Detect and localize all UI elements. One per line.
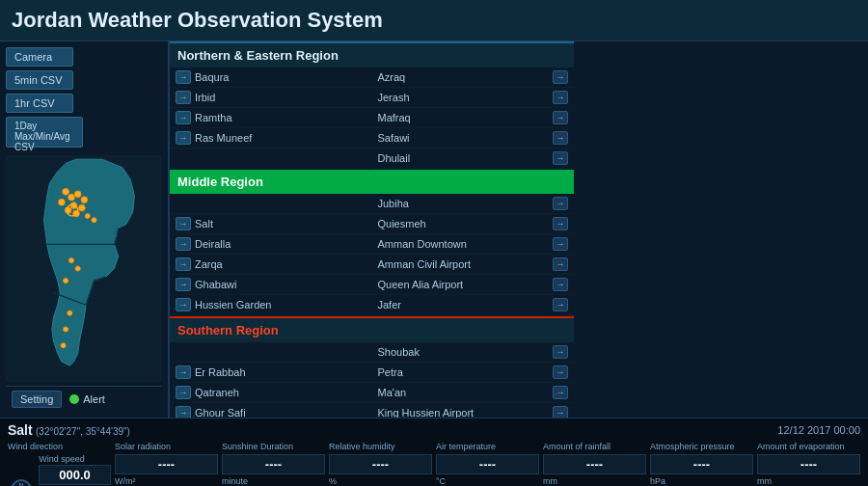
list-item[interactable]: → Zarqa [170, 255, 372, 275]
station-name: Baqura [195, 71, 366, 83]
list-item[interactable]: → Ghour Safi [170, 403, 372, 418]
station-name: Deiralla [195, 238, 366, 250]
station-nav-icon: → [553, 406, 568, 418]
station-nav-icon: → [553, 197, 568, 210]
list-item[interactable]: → Baqura [170, 68, 372, 88]
list-item[interactable]: → Ramtha [170, 108, 372, 128]
air-temp-field: Air temperature ---- °C [436, 442, 539, 486]
station-nav-icon: → [553, 278, 568, 291]
list-item[interactable]: Dhulail → [372, 148, 575, 169]
sunshine-unit: minute [222, 476, 325, 486]
selected-station-title: Salt [8, 422, 33, 438]
csv1day-button[interactable]: 1Day Max/Min/Avg CSV [6, 117, 83, 148]
evaporation-label: Amount of evaporation [757, 442, 860, 452]
list-item[interactable]: → Salt [170, 214, 372, 234]
evaporation-value: ---- [757, 454, 860, 474]
list-item[interactable]: Quiesmeh → [372, 214, 575, 234]
list-item[interactable]: Jerash → [372, 88, 575, 108]
list-item[interactable]: Queen Alia Airport → [372, 275, 575, 295]
northern-stations-grid: → Baqura Azraq → → Irbid Jerash → → Ra [170, 68, 574, 169]
station-name: Azraq [378, 71, 550, 83]
station-name: Dhulail [378, 152, 550, 164]
setting-button[interactable]: Setting [12, 391, 62, 408]
solar-unit: W/m² [115, 476, 218, 486]
bottom-bar: Setting Alert [6, 386, 162, 412]
list-item[interactable]: → Deiralla [170, 234, 372, 255]
list-item[interactable]: Azraq → [372, 68, 575, 88]
station-nav-icon: → [176, 217, 191, 230]
solar-field: Solar radiation ---- W/m² Soil temperatu… [115, 442, 218, 486]
list-item[interactable]: Jubiha → [372, 194, 575, 214]
csv5min-button[interactable]: 5min CSV [6, 70, 73, 90]
northern-region-section: Northern & Eastern Region → Baqura Azraq… [170, 41, 574, 169]
southern-region-header: Southern Region [170, 316, 574, 342]
station-name: Petra [378, 366, 550, 378]
humidity-field: Relative humidity ---- % Soil temperatur… [329, 442, 432, 486]
solar-value: ---- [115, 454, 218, 474]
station-name: Ma'an [378, 387, 550, 398]
data-header: Salt (32°02'27", 35°44'39") 12/12 2017 0… [8, 422, 860, 438]
list-item[interactable]: Safawi → [372, 128, 575, 148]
list-item[interactable]: Jafer → [372, 295, 575, 315]
list-item[interactable]: Amman Downtown → [372, 234, 575, 255]
list-item[interactable]: King Hussien Airport → [372, 403, 575, 418]
list-item[interactable]: Amman Civil Airport → [372, 255, 575, 275]
camera-button[interactable]: Camera [6, 47, 73, 67]
station-nav-icon: → [553, 345, 568, 359]
station-name: Safawi [378, 132, 550, 144]
station-nav-icon: → [553, 151, 568, 165]
wind-compass: N S E W [8, 479, 35, 486]
svg-point-11 [85, 213, 90, 218]
station-nav-icon: → [176, 131, 191, 145]
data-panel: Salt (32°02'27", 35°44'39") 12/12 2017 0… [0, 418, 868, 486]
list-item[interactable]: Ma'an → [372, 383, 575, 403]
pressure-value: ---- [650, 454, 753, 474]
station-name: Irbid [195, 92, 366, 103]
datetime-display: 12/12 2017 00:00 [777, 424, 860, 436]
main-content: Camera 5min CSV 1hr CSV 1Day Max/Min/Avg… [0, 41, 868, 418]
station-nav-icon: → [176, 386, 191, 399]
station-nav-icon: → [553, 91, 568, 104]
station-nav-icon: → [553, 70, 568, 84]
station-name: Amman Civil Airport [378, 258, 550, 270]
map-area[interactable] [6, 155, 162, 382]
svg-point-13 [68, 258, 73, 263]
list-item[interactable]: → Irbid [170, 88, 372, 108]
pressure-field: Atmospheric pressure ---- hPa [650, 442, 753, 486]
station-nav-icon: → [553, 131, 568, 145]
station-nav-icon: → [553, 111, 568, 124]
list-item[interactable]: → Ghabawi [170, 275, 372, 295]
station-name: King Hussien Airport [378, 407, 550, 418]
list-item[interactable]: → Er Rabbah [170, 363, 372, 383]
station-name: Queen Alia Airport [378, 279, 550, 290]
sunshine-value: ---- [222, 454, 325, 474]
svg-point-14 [75, 266, 80, 271]
southern-stations-grid: Shoubak → → Er Rabbah Petra → → Qatraneh… [170, 342, 574, 418]
station-nav-icon: → [553, 237, 568, 251]
list-item[interactable]: → Qatraneh [170, 383, 372, 403]
wind-speed-value: 000.0 [39, 465, 111, 485]
station-coordinates: (32°02'27", 35°44'39") [36, 426, 130, 437]
station-nav-icon: → [553, 365, 568, 379]
wind-direction-label: Wind direction [8, 442, 111, 452]
list-item[interactable]: Petra → [372, 363, 575, 383]
station-name: Mafraq [378, 112, 550, 123]
list-item[interactable]: → Ras Muneef [170, 128, 372, 148]
svg-point-8 [65, 207, 71, 214]
station-nav-icon: → [553, 257, 568, 271]
svg-point-16 [68, 310, 72, 315]
northern-region-header: Northern & Eastern Region [170, 41, 574, 68]
list-item[interactable]: → Hussien Garden [170, 295, 372, 315]
middle-stations-grid: Jubiha → → Salt Quiesmeh → → Deiralla Am… [170, 194, 574, 315]
wind-speed-label: Wind speed [39, 454, 111, 465]
station-name: Hussien Garden [195, 299, 366, 310]
csv1hr-button[interactable]: 1hr CSV [6, 94, 73, 113]
station-name: Jubiha [378, 198, 550, 209]
svg-point-10 [79, 204, 86, 211]
right-panel: Northern & Eastern Region → Baqura Azraq… [169, 41, 574, 418]
list-item[interactable]: Mafraq → [372, 108, 575, 128]
list-item[interactable]: Shoubak → [372, 342, 575, 363]
station-nav-icon: → [176, 298, 191, 311]
station-nav-icon: → [553, 386, 568, 399]
station-nav-icon: → [176, 406, 191, 418]
